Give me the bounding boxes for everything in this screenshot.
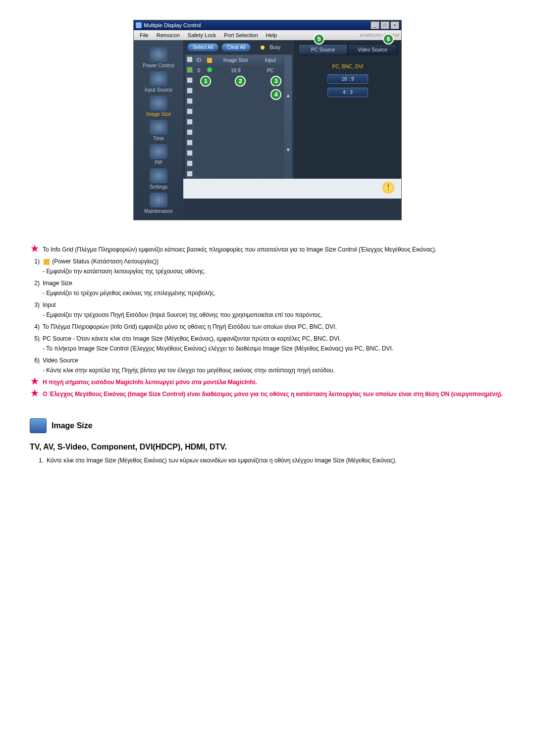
- ratio-16-9-button[interactable]: 16 : 9: [327, 74, 368, 84]
- list-number: 1.: [33, 456, 47, 465]
- sidebar-item-label: PIP: [155, 160, 162, 165]
- sidebar-item-label: Image Size: [146, 111, 171, 117]
- cell-input: PC: [257, 65, 284, 76]
- document-body: ★ Το Info Grid (Πλέγμα Πληροφοριών) εμφα…: [30, 245, 505, 465]
- list-sub: - Κάντε κλικ στην καρτέλα της Πηγής βίντ…: [43, 366, 505, 375]
- table-row[interactable]: [186, 128, 292, 138]
- marker-6: 6: [383, 34, 394, 45]
- list-number: 1): [30, 257, 43, 266]
- sidebar-item-input-source[interactable]: Input Source: [134, 69, 183, 94]
- time-icon: [150, 120, 167, 135]
- select-all-button[interactable]: Select All: [187, 43, 218, 51]
- marker-2: 2: [235, 76, 246, 87]
- list-sub: - Το πλήκτρο Image Size Control (Έλεγχος…: [43, 344, 505, 353]
- status-pane: !: [183, 179, 401, 199]
- table-row[interactable]: [186, 107, 292, 117]
- sidebar-item-power-control[interactable]: Power Control: [134, 45, 183, 69]
- busy-label: Busy: [269, 45, 280, 50]
- sidebar-item-label: Maintenance: [144, 208, 172, 214]
- star-icon: ★: [30, 245, 43, 254]
- sidebar-item-maintenance[interactable]: Maintenance: [134, 191, 183, 215]
- list-number: 4): [30, 322, 43, 331]
- app-window: Multiple Display Control _ □ × File Remo…: [133, 20, 402, 220]
- sidebar-item-label: Input Source: [145, 87, 173, 93]
- list-text: Κάντε κλικ στο Image Size (Μέγεθος Εικόν…: [47, 456, 397, 465]
- star-icon: ★: [30, 390, 43, 399]
- list-text: PC Source - Όταν κάνετε κλικ στο Image S…: [43, 334, 505, 343]
- col-power-status: [204, 55, 215, 65]
- table-row[interactable]: [186, 138, 292, 149]
- list-text: Το Πλέγμα Πληροφοριών (Info Grid) εμφανί…: [43, 322, 505, 331]
- list-text: Input: [43, 301, 505, 309]
- sidebar-item-label: Time: [153, 136, 164, 141]
- sidebar-item-time[interactable]: Time: [134, 118, 183, 142]
- info-grid-table: ID Image Size Input ▲▼ 0 16:9 PC: [185, 54, 292, 190]
- sidebar-item-settings[interactable]: Settings: [134, 166, 183, 191]
- menu-file[interactable]: File: [136, 31, 153, 39]
- section-header: Image Size: [30, 418, 505, 433]
- right-pane: 5 PC Source 6 Video Source PC, BNC, DVI …: [294, 40, 401, 179]
- sidebar-item-pip[interactable]: PIP: [134, 142, 183, 166]
- power-icon: [150, 47, 167, 62]
- maximize-button[interactable]: □: [380, 21, 389, 29]
- menubar: File Remocon Safety Lock Port Selection …: [134, 30, 401, 40]
- tab-label: PC Source: [311, 47, 335, 52]
- table-row[interactable]: 0 16:9 PC: [186, 65, 292, 76]
- app-icon: [136, 22, 142, 28]
- marker-5: 5: [314, 34, 324, 45]
- sidebar-item-label: Power Control: [143, 63, 174, 68]
- list-text: Video Source: [43, 356, 505, 365]
- minimize-button[interactable]: _: [371, 21, 379, 29]
- list-sub: - Εμφανίζει την κατάσταση λειτουργίας τη…: [43, 267, 505, 276]
- menu-port-selection[interactable]: Port Selection: [220, 31, 262, 39]
- section-title: Image Size: [52, 420, 93, 432]
- menu-remocon[interactable]: Remocon: [153, 31, 184, 39]
- list-number: 2): [30, 279, 43, 288]
- list-number: 3): [30, 301, 43, 309]
- table-row[interactable]: [186, 149, 292, 159]
- menu-help[interactable]: Help: [262, 31, 281, 39]
- power-status-square-icon: [44, 259, 50, 265]
- sidebar-item-image-size[interactable]: Image Size: [134, 94, 183, 118]
- row-checkbox[interactable]: [187, 67, 193, 73]
- source-label: PC, BNC, DVI: [298, 64, 397, 69]
- menu-safety-lock[interactable]: Safety Lock: [184, 31, 220, 39]
- settings-icon: [150, 168, 167, 183]
- input-source-icon: [150, 71, 167, 86]
- window-controls: _ □ ×: [371, 21, 399, 29]
- table-row[interactable]: 1 2 3: [186, 76, 292, 86]
- cell-id: 0: [194, 65, 204, 76]
- info-grid-pane: Select All Clear All Busy ID Image Size …: [183, 40, 294, 179]
- sidebar-item-label: Settings: [150, 184, 167, 190]
- image-size-section-icon: [30, 418, 47, 433]
- col-input: Input: [257, 55, 284, 65]
- pip-icon: [150, 144, 167, 159]
- list-sub: - Εμφανίζει το τρέχον μέγεθος εικόνας τη…: [43, 289, 505, 298]
- cell-image-size: 16:9: [215, 65, 257, 76]
- image-size-icon: [150, 96, 167, 110]
- tab-video-source[interactable]: 6 Video Source: [348, 44, 397, 55]
- tab-pc-source[interactable]: 5 PC Source: [298, 44, 348, 55]
- table-row[interactable]: [186, 169, 292, 180]
- busy-indicator-icon: [261, 46, 265, 50]
- power-status-icon: [207, 67, 212, 72]
- table-row[interactable]: [186, 117, 292, 128]
- list-number: 5): [30, 334, 43, 343]
- table-row[interactable]: 4: [186, 86, 292, 97]
- section-subtitle: TV, AV, S-Video, Component, DVI(HDCP), H…: [30, 441, 505, 453]
- titlebar: Multiple Display Control _ □ ×: [134, 20, 401, 30]
- close-button[interactable]: ×: [390, 21, 399, 29]
- warning-text: Η πηγή σήματος εισόδου MagicInfo λειτουρ…: [43, 378, 505, 387]
- table-row[interactable]: [186, 159, 292, 169]
- col-id: ID: [194, 55, 204, 65]
- tab-label: Video Source: [358, 47, 387, 52]
- list-text: (Power Status (Κατάσταση Λειτουργίας)): [43, 257, 505, 266]
- ratio-4-3-button[interactable]: 4 : 3: [327, 88, 368, 97]
- clear-all-button[interactable]: Clear All: [221, 43, 251, 51]
- list-sub: - Εμφανίζει την τρέχουσα Πηγή Εισόδου (I…: [43, 310, 505, 319]
- warning-icon: !: [382, 182, 394, 194]
- scrollbar[interactable]: ▲▼: [284, 55, 292, 190]
- col-checkbox[interactable]: [186, 55, 194, 65]
- list-text: Image Size: [43, 279, 505, 288]
- window-title: Multiple Display Control: [144, 22, 201, 28]
